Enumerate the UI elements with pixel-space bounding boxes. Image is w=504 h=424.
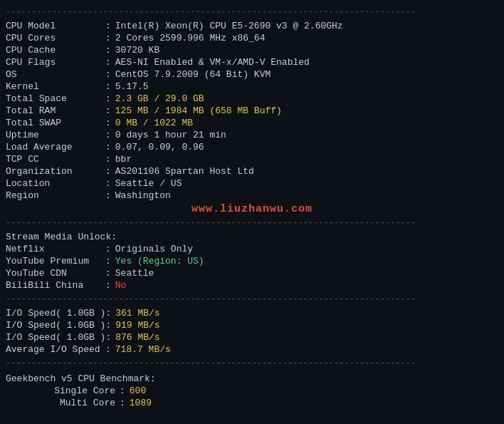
- system-value-8: 0 MB / 1022 MB: [115, 118, 193, 128]
- geekbench-row-1: Multi Core : 1089: [6, 397, 498, 409]
- stream-row-1: YouTube Premium : Yes (Region: US): [6, 255, 498, 267]
- system-value-1: 2 Cores 2599.996 MHz x86_64: [115, 33, 266, 43]
- main-container: ----------------------------------------…: [6, 7, 498, 410]
- system-row-4: OS : CentOS 7.9.2009 (64 Bit) KVM: [6, 68, 498, 81]
- stream-label-0: Netflix: [6, 244, 105, 254]
- system-info-section: CPU Model : Intel(R) Xeon(R) CPU E5-2690…: [6, 20, 498, 202]
- system-value-13: Seattle / US: [115, 178, 182, 189]
- system-label-6: Total Space: [6, 93, 105, 104]
- stream-row-0: Netflix : Originals Only: [6, 243, 498, 255]
- system-row-12: Organization : AS201106 Spartan Host Ltd: [6, 165, 498, 177]
- system-row-0: CPU Model : Intel(R) Xeon(R) CPU E5-2690…: [6, 20, 498, 32]
- system-value-4: CentOS 7.9.2009 (64 Bit) KVM: [115, 69, 271, 80]
- system-row-1: CPU Cores : 2 Cores 2599.996 MHz x86_64: [6, 32, 498, 44]
- stream-media-title-label: Stream Media Unlock: [6, 232, 111, 242]
- system-value-3: AES-NI Enabled & VM-x/AMD-V Enabled: [115, 57, 310, 68]
- divider-io: ----------------------------------------…: [6, 294, 498, 304]
- io-row-1: I/O Speed( 1.0GB ) : 919 MB/s: [6, 319, 498, 331]
- io-row-0: I/O Speed( 1.0GB ) : 361 MB/s: [6, 307, 498, 319]
- system-label-7: Total RAM: [6, 105, 105, 116]
- system-label-12: Organization: [6, 166, 105, 177]
- system-row-14: Region : Washington: [6, 190, 498, 202]
- geekbench-title-row: Geekbench v5 CPU Benchmark:: [6, 373, 498, 385]
- geekbench-label-1: Multi Core: [6, 398, 120, 408]
- io-label-3: Average I/O Speed: [6, 344, 105, 355]
- io-row-2: I/O Speed( 1.0GB ) : 876 MB/s: [6, 331, 498, 343]
- system-value-2: 30720 KB: [115, 45, 159, 56]
- divider-geekbench: ----------------------------------------…: [6, 358, 498, 368]
- geekbench-title: Geekbench v5 CPU Benchmark:: [6, 373, 156, 384]
- system-label-9: Uptime: [6, 130, 105, 140]
- stream-row-3: BiliBili China : No: [6, 279, 498, 291]
- system-value-11: bbr: [115, 154, 132, 165]
- system-label-3: CPU Flags: [6, 57, 105, 68]
- io-value-1: 919 MB/s: [115, 320, 159, 331]
- system-row-11: TCP CC : bbr: [6, 153, 498, 165]
- stream-media-section: Stream Media Unlock : Netflix : Original…: [6, 231, 498, 291]
- system-label-2: CPU Cache: [6, 45, 105, 56]
- system-label-8: Total SWAP: [6, 118, 105, 128]
- io-row-3: Average I/O Speed : 718.7 MB/s: [6, 343, 498, 356]
- io-value-3: 718.7 MB/s: [115, 344, 171, 355]
- stream-value-2: Seattle: [115, 268, 154, 279]
- stream-row-2: YouTube CDN : Seattle: [6, 267, 498, 279]
- stream-label-3: BiliBili China: [6, 280, 105, 291]
- system-row-3: CPU Flags : AES-NI Enabled & VM-x/AMD-V …: [6, 56, 498, 68]
- stream-label-2: YouTube CDN: [6, 268, 105, 279]
- system-label-13: Location: [6, 178, 105, 189]
- system-value-5: 5.17.5: [115, 81, 149, 92]
- io-label-0: I/O Speed( 1.0GB ): [6, 308, 105, 319]
- stream-value-1: Yes (Region: US): [115, 256, 204, 267]
- divider-stream: ----------------------------------------…: [6, 218, 498, 228]
- system-value-10: 0.07, 0.09, 0.96: [115, 142, 204, 152]
- system-label-0: CPU Model: [6, 21, 105, 31]
- system-value-7: 125 MB / 1984 MB (658 MB Buff): [115, 105, 282, 116]
- io-label-2: I/O Speed( 1.0GB ): [6, 332, 105, 343]
- io-value-2: 876 MB/s: [115, 332, 159, 343]
- system-value-0: Intel(R) Xeon(R) CPU E5-2690 v3 @ 2.60GH…: [115, 21, 343, 31]
- system-row-7: Total RAM : 125 MB / 1984 MB (658 MB Buf…: [6, 105, 498, 117]
- system-label-5: Kernel: [6, 81, 105, 92]
- stream-value-3: No: [115, 280, 127, 291]
- divider-top: ----------------------------------------…: [6, 7, 498, 17]
- geekbench-row-0: Single Core : 600: [6, 385, 498, 397]
- system-label-4: OS: [6, 69, 105, 80]
- system-row-10: Load Average : 0.07, 0.09, 0.96: [6, 141, 498, 153]
- stream-media-title-row: Stream Media Unlock :: [6, 231, 498, 243]
- stream-value-0: Originals Only: [115, 244, 193, 254]
- system-label-14: Region: [6, 190, 105, 201]
- io-speed-section: I/O Speed( 1.0GB ) : 361 MB/s I/O Speed(…: [6, 307, 498, 356]
- io-label-1: I/O Speed( 1.0GB ): [6, 320, 105, 331]
- system-label-11: TCP CC: [6, 154, 105, 165]
- watermark: www.liuzhanwu.com: [6, 203, 498, 215]
- io-value-0: 361 MB/s: [115, 308, 159, 319]
- system-value-9: 0 days 1 hour 21 min: [115, 130, 226, 140]
- geekbench-section: Geekbench v5 CPU Benchmark: Single Core …: [6, 371, 498, 410]
- system-row-2: CPU Cache : 30720 KB: [6, 44, 498, 56]
- geekbench-value-1: 1089: [130, 398, 152, 408]
- system-row-8: Total SWAP : 0 MB / 1022 MB: [6, 117, 498, 129]
- system-label-1: CPU Cores: [6, 33, 105, 43]
- system-row-9: Uptime : 0 days 1 hour 21 min: [6, 129, 498, 141]
- system-value-12: AS201106 Spartan Host Ltd: [115, 166, 254, 177]
- system-value-14: Washington: [115, 190, 171, 201]
- stream-label-1: YouTube Premium: [6, 256, 105, 267]
- geekbench-value-0: 600: [130, 386, 146, 396]
- system-row-13: Location : Seattle / US: [6, 177, 498, 190]
- system-row-5: Kernel : 5.17.5: [6, 81, 498, 93]
- system-value-6: 2.3 GB / 29.0 GB: [115, 93, 204, 104]
- system-label-10: Load Average: [6, 142, 105, 152]
- geekbench-label-0: Single Core: [6, 386, 120, 396]
- system-row-6: Total Space : 2.3 GB / 29.0 GB: [6, 93, 498, 105]
